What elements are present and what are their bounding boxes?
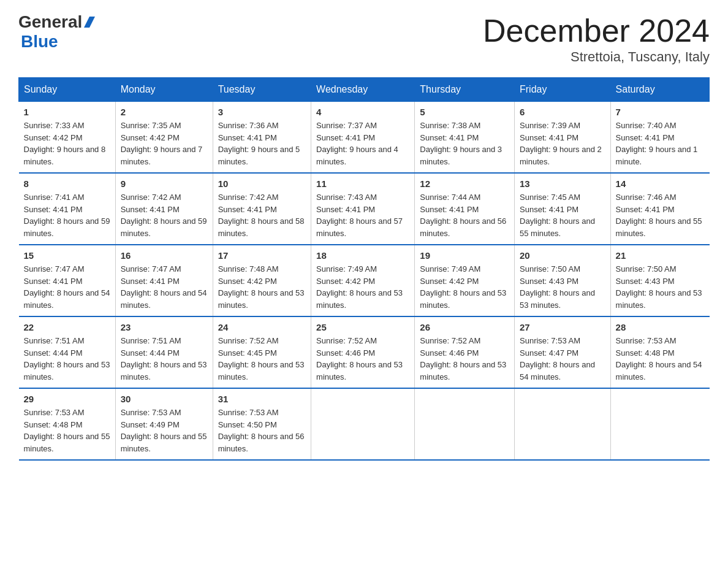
calendar-cell: 4Sunrise: 7:37 AMSunset: 4:41 PMDaylight… bbox=[311, 102, 415, 174]
day-number: 25 bbox=[316, 322, 409, 332]
day-number: 7 bbox=[616, 107, 705, 117]
day-info: Sunrise: 7:44 AMSunset: 4:41 PMDaylight:… bbox=[420, 191, 509, 239]
calendar-cell: 10Sunrise: 7:42 AMSunset: 4:41 PMDayligh… bbox=[213, 173, 311, 245]
header-friday: Friday bbox=[515, 78, 611, 102]
day-info: Sunrise: 7:53 AMSunset: 4:48 PMDaylight:… bbox=[24, 407, 110, 454]
header-monday: Monday bbox=[115, 78, 213, 102]
calendar-cell: 23Sunrise: 7:51 AMSunset: 4:44 PMDayligh… bbox=[115, 316, 213, 388]
day-number: 11 bbox=[316, 178, 409, 189]
day-number: 2 bbox=[121, 107, 208, 117]
day-info: Sunrise: 7:52 AMSunset: 4:45 PMDaylight:… bbox=[218, 335, 306, 383]
day-number: 13 bbox=[520, 178, 605, 189]
calendar-cell: 27Sunrise: 7:53 AMSunset: 4:47 PMDayligh… bbox=[515, 316, 611, 388]
calendar-cell: 19Sunrise: 7:49 AMSunset: 4:42 PMDayligh… bbox=[415, 245, 515, 316]
day-info: Sunrise: 7:50 AMSunset: 4:43 PMDaylight:… bbox=[616, 263, 705, 311]
calendar-cell: 1Sunrise: 7:33 AMSunset: 4:42 PMDaylight… bbox=[19, 102, 116, 174]
header-thursday: Thursday bbox=[415, 78, 515, 102]
day-number: 1 bbox=[24, 107, 110, 117]
calendar-cell: 5Sunrise: 7:38 AMSunset: 4:41 PMDaylight… bbox=[415, 102, 515, 174]
calendar-table: SundayMondayTuesdayWednesdayThursdayFrid… bbox=[18, 77, 710, 461]
day-number: 15 bbox=[24, 250, 110, 261]
calendar-cell bbox=[311, 388, 415, 460]
day-number: 30 bbox=[121, 394, 208, 404]
logo-triangle2-icon bbox=[89, 17, 95, 28]
calendar-cell: 22Sunrise: 7:51 AMSunset: 4:44 PMDayligh… bbox=[19, 316, 116, 388]
calendar-cell: 24Sunrise: 7:52 AMSunset: 4:45 PMDayligh… bbox=[213, 316, 311, 388]
day-info: Sunrise: 7:52 AMSunset: 4:46 PMDaylight:… bbox=[420, 335, 509, 383]
day-number: 18 bbox=[316, 250, 409, 261]
calendar-cell: 3Sunrise: 7:36 AMSunset: 4:41 PMDaylight… bbox=[213, 102, 311, 174]
day-info: Sunrise: 7:42 AMSunset: 4:41 PMDaylight:… bbox=[121, 191, 208, 239]
calendar-cell: 28Sunrise: 7:53 AMSunset: 4:48 PMDayligh… bbox=[610, 316, 709, 388]
title-block: December 2024 Strettoia, Tuscany, Italy bbox=[483, 12, 710, 65]
day-number: 5 bbox=[420, 107, 509, 117]
month-title: December 2024 bbox=[483, 12, 710, 49]
day-info: Sunrise: 7:38 AMSunset: 4:41 PMDaylight:… bbox=[420, 120, 509, 167]
day-number: 14 bbox=[616, 178, 705, 189]
day-info: Sunrise: 7:50 AMSunset: 4:43 PMDaylight:… bbox=[520, 263, 605, 311]
day-number: 9 bbox=[121, 178, 208, 189]
day-info: Sunrise: 7:36 AMSunset: 4:41 PMDaylight:… bbox=[218, 120, 306, 167]
calendar-cell: 21Sunrise: 7:50 AMSunset: 4:43 PMDayligh… bbox=[610, 245, 709, 316]
day-info: Sunrise: 7:51 AMSunset: 4:44 PMDaylight:… bbox=[121, 335, 208, 383]
day-info: Sunrise: 7:48 AMSunset: 4:42 PMDaylight:… bbox=[218, 263, 306, 311]
day-number: 27 bbox=[520, 322, 605, 332]
calendar-cell: 25Sunrise: 7:52 AMSunset: 4:46 PMDayligh… bbox=[311, 316, 415, 388]
day-info: Sunrise: 7:41 AMSunset: 4:41 PMDaylight:… bbox=[24, 191, 110, 239]
calendar-cell: 12Sunrise: 7:44 AMSunset: 4:41 PMDayligh… bbox=[415, 173, 515, 245]
day-info: Sunrise: 7:49 AMSunset: 4:42 PMDaylight:… bbox=[316, 263, 409, 311]
calendar-cell bbox=[610, 388, 709, 460]
calendar-week-row: 8Sunrise: 7:41 AMSunset: 4:41 PMDaylight… bbox=[19, 173, 710, 245]
day-number: 23 bbox=[121, 322, 208, 332]
calendar-week-row: 22Sunrise: 7:51 AMSunset: 4:44 PMDayligh… bbox=[19, 316, 710, 388]
day-number: 28 bbox=[616, 322, 705, 332]
header-saturday: Saturday bbox=[610, 78, 709, 102]
day-number: 22 bbox=[24, 322, 110, 332]
day-info: Sunrise: 7:40 AMSunset: 4:41 PMDaylight:… bbox=[616, 120, 705, 167]
day-info: Sunrise: 7:47 AMSunset: 4:41 PMDaylight:… bbox=[121, 263, 208, 311]
day-number: 19 bbox=[420, 250, 509, 261]
day-number: 6 bbox=[520, 107, 605, 117]
day-number: 12 bbox=[420, 178, 509, 189]
day-info: Sunrise: 7:53 AMSunset: 4:48 PMDaylight:… bbox=[616, 335, 705, 383]
day-info: Sunrise: 7:33 AMSunset: 4:42 PMDaylight:… bbox=[24, 120, 110, 167]
location-title: Strettoia, Tuscany, Italy bbox=[483, 49, 710, 65]
day-info: Sunrise: 7:53 AMSunset: 4:47 PMDaylight:… bbox=[520, 335, 605, 383]
day-number: 21 bbox=[616, 250, 705, 261]
calendar-cell: 31Sunrise: 7:53 AMSunset: 4:50 PMDayligh… bbox=[213, 388, 311, 460]
day-number: 8 bbox=[24, 178, 110, 189]
calendar-cell: 9Sunrise: 7:42 AMSunset: 4:41 PMDaylight… bbox=[115, 173, 213, 245]
logo: General Blue bbox=[18, 12, 95, 52]
calendar-cell: 14Sunrise: 7:46 AMSunset: 4:41 PMDayligh… bbox=[610, 173, 709, 245]
day-info: Sunrise: 7:46 AMSunset: 4:41 PMDaylight:… bbox=[616, 191, 705, 239]
calendar-cell bbox=[415, 388, 515, 460]
day-number: 24 bbox=[218, 322, 306, 332]
calendar-cell: 8Sunrise: 7:41 AMSunset: 4:41 PMDaylight… bbox=[19, 173, 116, 245]
day-number: 31 bbox=[218, 394, 306, 404]
logo-triangle-icon bbox=[84, 17, 89, 28]
day-number: 26 bbox=[420, 322, 509, 332]
calendar-week-row: 1Sunrise: 7:33 AMSunset: 4:42 PMDaylight… bbox=[19, 102, 710, 174]
calendar-cell: 15Sunrise: 7:47 AMSunset: 4:41 PMDayligh… bbox=[19, 245, 116, 316]
day-number: 29 bbox=[24, 394, 110, 404]
header-wednesday: Wednesday bbox=[311, 78, 415, 102]
header-tuesday: Tuesday bbox=[213, 78, 311, 102]
day-number: 20 bbox=[520, 250, 605, 261]
day-info: Sunrise: 7:45 AMSunset: 4:41 PMDaylight:… bbox=[520, 191, 605, 239]
day-info: Sunrise: 7:49 AMSunset: 4:42 PMDaylight:… bbox=[420, 263, 509, 311]
calendar-cell: 17Sunrise: 7:48 AMSunset: 4:42 PMDayligh… bbox=[213, 245, 311, 316]
header-sunday: Sunday bbox=[19, 78, 116, 102]
day-info: Sunrise: 7:53 AMSunset: 4:50 PMDaylight:… bbox=[218, 407, 306, 454]
day-info: Sunrise: 7:35 AMSunset: 4:42 PMDaylight:… bbox=[121, 120, 208, 167]
calendar-cell: 18Sunrise: 7:49 AMSunset: 4:42 PMDayligh… bbox=[311, 245, 415, 316]
calendar-cell bbox=[515, 388, 611, 460]
logo-general-text: General bbox=[18, 12, 82, 32]
calendar-week-row: 29Sunrise: 7:53 AMSunset: 4:48 PMDayligh… bbox=[19, 388, 710, 460]
day-info: Sunrise: 7:37 AMSunset: 4:41 PMDaylight:… bbox=[316, 120, 409, 167]
calendar-cell: 16Sunrise: 7:47 AMSunset: 4:41 PMDayligh… bbox=[115, 245, 213, 316]
day-number: 4 bbox=[316, 107, 409, 117]
calendar-cell: 20Sunrise: 7:50 AMSunset: 4:43 PMDayligh… bbox=[515, 245, 611, 316]
day-number: 3 bbox=[218, 107, 306, 117]
day-info: Sunrise: 7:51 AMSunset: 4:44 PMDaylight:… bbox=[24, 335, 110, 383]
calendar-cell: 26Sunrise: 7:52 AMSunset: 4:46 PMDayligh… bbox=[415, 316, 515, 388]
